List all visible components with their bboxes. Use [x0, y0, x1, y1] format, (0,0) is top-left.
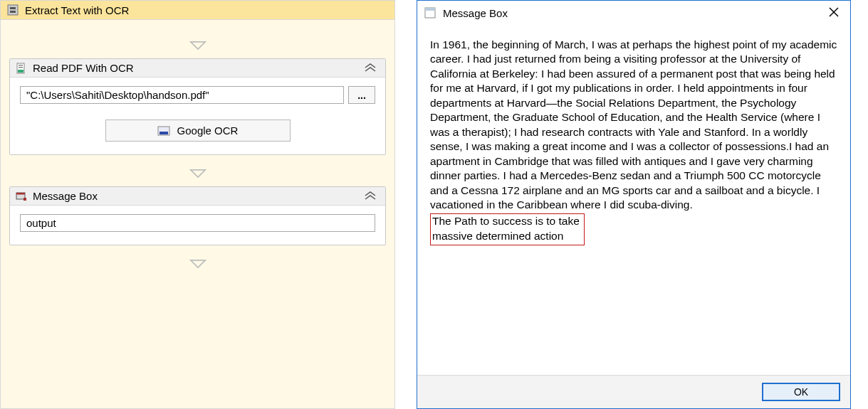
- svg-rect-5: [18, 70, 23, 73]
- sequence-body: Read PDF With OCR ... Google OCR: [1, 20, 394, 408]
- svg-marker-14: [190, 260, 205, 267]
- drop-arrow-middle[interactable]: [189, 168, 206, 179]
- svg-rect-0: [8, 5, 18, 15]
- message-box-title: Message Box: [33, 190, 98, 202]
- window-icon: [424, 7, 436, 18]
- message-box-header[interactable]: Message Box: [10, 187, 385, 206]
- ok-button[interactable]: OK: [762, 383, 840, 401]
- svg-rect-1: [10, 7, 16, 9]
- ocr-engine-icon: [157, 126, 170, 136]
- drop-arrow-top[interactable]: [189, 40, 206, 51]
- svg-rect-9: [160, 132, 168, 134]
- dialog-titlebar[interactable]: Message Box: [417, 1, 850, 28]
- message-box-body: [10, 206, 385, 245]
- pdf-icon: [16, 63, 27, 74]
- dialog-message-text: In 1961, the beginning of March, I was a…: [430, 38, 837, 212]
- read-pdf-body: ... Google OCR: [10, 78, 385, 154]
- message-box-dialog: Message Box In 1961, the beginning of Ma…: [417, 0, 851, 409]
- sequence-header[interactable]: Extract Text with OCR: [1, 1, 394, 20]
- svg-rect-12: [16, 193, 25, 195]
- svg-rect-7: [19, 67, 23, 68]
- highlighted-quote-text: The Path to success is to take massive d…: [432, 215, 580, 241]
- browse-button[interactable]: ...: [348, 86, 375, 104]
- dialog-footer: OK: [417, 375, 850, 408]
- read-pdf-title: Read PDF With OCR: [33, 62, 134, 74]
- dialog-title: Message Box: [443, 7, 508, 19]
- file-path-input[interactable]: [20, 86, 344, 104]
- workflow-sequence-panel: Extract Text with OCR Read PDF With OCR …: [0, 0, 395, 409]
- svg-rect-16: [425, 8, 435, 11]
- svg-marker-10: [190, 170, 205, 177]
- svg-marker-3: [190, 42, 205, 49]
- file-path-row: ...: [20, 86, 375, 104]
- ocr-engine-activity[interactable]: Google OCR: [105, 119, 291, 142]
- svg-rect-6: [19, 65, 23, 66]
- collapse-icon[interactable]: [361, 190, 380, 202]
- read-pdf-header[interactable]: Read PDF With OCR: [10, 59, 385, 78]
- message-box-activity[interactable]: Message Box: [9, 186, 386, 245]
- dialog-body: In 1961, the beginning of March, I was a…: [417, 28, 850, 375]
- read-pdf-ocr-activity[interactable]: Read PDF With OCR ... Google OCR: [9, 58, 386, 155]
- highlighted-quote: The Path to success is to take massive d…: [430, 213, 585, 245]
- svg-rect-2: [10, 11, 16, 13]
- collapse-icon[interactable]: [361, 62, 380, 74]
- sequence-icon: [6, 4, 19, 16]
- close-button[interactable]: [825, 5, 843, 21]
- drop-arrow-bottom[interactable]: [189, 258, 206, 270]
- ocr-engine-label: Google OCR: [177, 124, 239, 137]
- message-box-icon: [16, 191, 27, 202]
- message-box-input[interactable]: [20, 214, 375, 232]
- sequence-title: Extract Text with OCR: [25, 4, 129, 16]
- svg-rect-13: [23, 198, 26, 201]
